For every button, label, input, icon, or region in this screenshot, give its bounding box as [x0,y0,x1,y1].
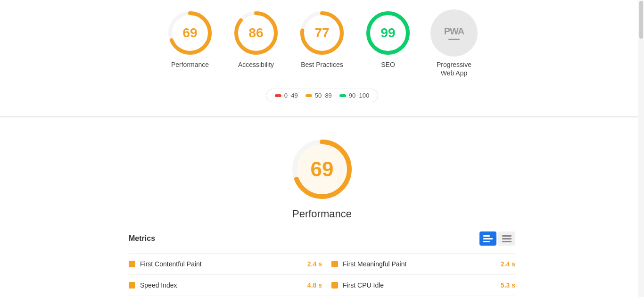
pwa-dash [448,39,460,40]
legend-label-orange: 50–89 [315,92,332,99]
big-score-container: 69 Performance [289,136,355,220]
score-label-performance: Performance [171,60,209,69]
score-label-pwa: ProgressiveWeb App [437,60,471,77]
metric-value-fcp: 2.4 s [307,260,322,268]
legend-label-red: 0–49 [284,92,298,99]
metric-name-fmp: First Meaningful Paint [343,260,496,268]
metric-indicator-si [129,282,135,289]
grid-icon [483,235,493,242]
legend-dot-orange [305,94,312,97]
legend-item-green: 90–100 [339,92,369,99]
pwa-icon: PWA [444,26,464,37]
score-circle-seo: 99 [364,9,412,57]
score-item-performance[interactable]: 69 Performance [166,9,214,69]
metric-indicator-fmp [331,261,338,267]
metrics-header: Metrics [129,231,515,246]
legend-pill: 0–49 50–89 90–100 [266,89,378,102]
score-circle-performance: 69 [166,9,214,57]
top-scores-section: 69 Performance 86 Accessibility [0,0,644,117]
metric-name-fcp: First Contentful Paint [140,260,303,268]
legend-item-red: 0–49 [275,92,298,99]
metric-value-fmp: 2.4 s [501,260,515,268]
big-score-value: 69 [311,157,334,181]
legend-dot-red [275,94,281,97]
score-item-best-practices[interactable]: 77 Best Practices [298,9,346,69]
list-icon [502,235,512,242]
score-item-seo[interactable]: 99 SEO [364,9,412,69]
scrollbar-thumb[interactable] [639,1,643,39]
legend-item-orange: 50–89 [305,92,332,99]
metric-name-fci: First CPU Idle [343,281,496,289]
scrollbar[interactable] [638,0,644,297]
metric-row-si: Speed Index 4.8 s [129,275,322,296]
main-section: 69 Performance Metrics [0,117,644,297]
legend-dot-green [339,94,346,97]
view-toggle [479,231,515,246]
metric-indicator-fci [331,282,338,289]
score-item-pwa[interactable]: PWA ProgressiveWeb App [430,9,478,77]
metrics-grid: First Contentful Paint 2.4 s First Meani… [129,253,515,297]
legend-label-green: 90–100 [349,92,369,99]
metrics-title: Metrics [129,234,155,243]
score-label-best-practices: Best Practices [301,60,343,69]
score-value-seo: 99 [380,25,395,41]
pwa-circle: PWA [430,9,478,57]
toggle-list-button[interactable] [498,231,515,246]
score-value-performance: 69 [182,25,197,41]
metric-value-si: 4.8 s [307,281,322,289]
score-item-accessibility[interactable]: 86 Accessibility [232,9,280,69]
metric-indicator-fcp [129,261,135,267]
big-score-circle: 69 [289,136,355,202]
score-value-best-practices: 77 [314,25,329,41]
score-value-accessibility: 86 [248,25,263,41]
toggle-grid-button[interactable] [479,231,496,246]
legend-row: 0–49 50–89 90–100 [0,89,644,102]
scores-row: 69 Performance 86 Accessibility [0,9,644,77]
metric-name-si: Speed Index [140,281,303,289]
metric-row-fcp: First Contentful Paint 2.4 s [129,254,322,275]
score-circle-best-practices: 77 [298,9,346,57]
metrics-container: Metrics [129,231,515,297]
score-label-seo: SEO [381,60,395,69]
score-circle-accessibility: 86 [232,9,280,57]
score-label-accessibility: Accessibility [238,60,274,69]
metric-value-fci: 5.3 s [501,281,515,289]
metric-row-fmp: First Meaningful Paint 2.4 s [322,254,515,275]
metric-row-fci: First CPU Idle 5.3 s [322,275,515,296]
big-score-label: Performance [292,208,352,220]
